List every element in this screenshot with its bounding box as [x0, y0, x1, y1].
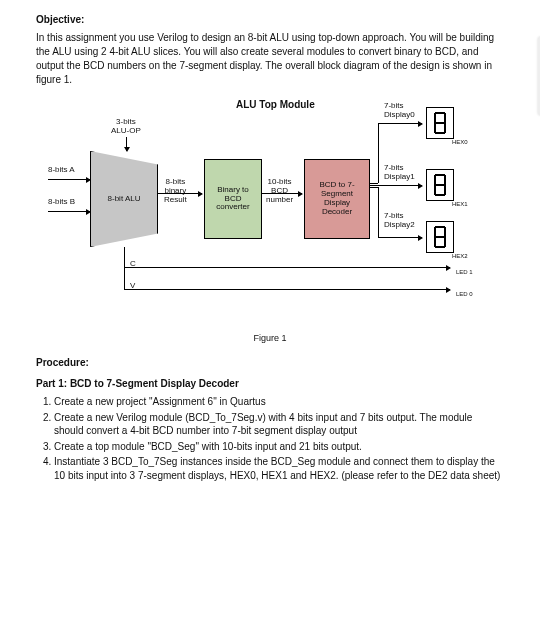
procedure-heading: Procedure: — [36, 357, 504, 368]
arrow-led0 — [434, 289, 450, 290]
procedure-list: Create a new project "Assignment 6" in Q… — [36, 395, 504, 482]
label-display0: 7-bits Display0 — [384, 101, 415, 119]
document-page: Objective: In this assignment you use Ve… — [0, 0, 540, 620]
label-hex2: HEX2 — [452, 253, 468, 259]
label-display2: 7-bits Display2 — [384, 211, 415, 229]
label-hex0: HEX0 — [452, 139, 468, 145]
diagram-title: ALU Top Module — [236, 99, 315, 110]
arrow-input-b — [48, 211, 90, 212]
arrow-alu-result — [158, 193, 202, 194]
label-input-b: 8-bits B — [48, 197, 75, 206]
objective-paragraph: In this assignment you use Verilog to de… — [36, 31, 504, 87]
wire-d2-stub — [370, 187, 378, 188]
procedure-step: Create a new Verilog module (BCD_To_7Seg… — [54, 411, 504, 438]
arrow-d0 — [378, 123, 422, 124]
label-hex1: HEX1 — [452, 201, 468, 207]
wire-d2-v — [378, 187, 379, 237]
box-decoder: BCD to 7- Segment Display Decoder — [304, 159, 370, 239]
part1-heading: Part 1: BCD to 7-Segment Display Decoder — [36, 378, 504, 389]
label-bcd-number: 10-bits BCD number — [266, 177, 293, 204]
arrow-d1 — [370, 185, 422, 186]
procedure-step: Instantiate 3 BCD_To_7Seg instances insi… — [54, 455, 504, 482]
box-decoder-label: BCD to 7- Segment Display Decoder — [319, 181, 354, 216]
label-led1: LED 1 — [456, 269, 473, 275]
label-v: V — [130, 281, 135, 290]
wire-c-h — [124, 267, 434, 268]
figure-caption: Figure 1 — [36, 333, 504, 343]
seven-seg-hex2 — [426, 221, 454, 253]
procedure-step: Create a top module "BCD_Seg" with 10-bi… — [54, 440, 504, 454]
label-led0: LED 0 — [456, 291, 473, 297]
arrow-d2 — [378, 237, 422, 238]
objective-heading: Objective: — [36, 14, 504, 25]
arrow-bcd-number — [262, 193, 302, 194]
seven-seg-hex0 — [426, 107, 454, 139]
box-binary-to-bcd-label: Binary to BCD converter — [216, 186, 249, 212]
wire-d0-v — [378, 123, 379, 183]
label-display1: 7-bits Display1 — [384, 163, 415, 181]
box-alu: 8-bit ALU — [90, 151, 158, 247]
box-alu-label: 8-bit ALU — [108, 195, 141, 204]
wire-v-v — [124, 247, 125, 289]
label-alu-result: 8-bits binary Result — [164, 177, 187, 204]
procedure-step: Create a new project "Assignment 6" in Q… — [54, 395, 504, 409]
label-input-a: 8-bits A — [48, 165, 75, 174]
seven-seg-hex1 — [426, 169, 454, 201]
label-alu-op: 3-bits ALU-OP — [111, 117, 141, 135]
label-c: C — [130, 259, 136, 268]
arrow-input-a — [48, 179, 90, 180]
arrow-led1 — [434, 267, 450, 268]
block-diagram: ALU Top Module 3-bits ALU-OP 8-bits A 8-… — [36, 97, 504, 327]
box-binary-to-bcd: Binary to BCD converter — [204, 159, 262, 239]
wire-d0-stub — [370, 183, 378, 184]
arrow-alu-op — [126, 137, 127, 151]
wire-v-h — [124, 289, 434, 290]
